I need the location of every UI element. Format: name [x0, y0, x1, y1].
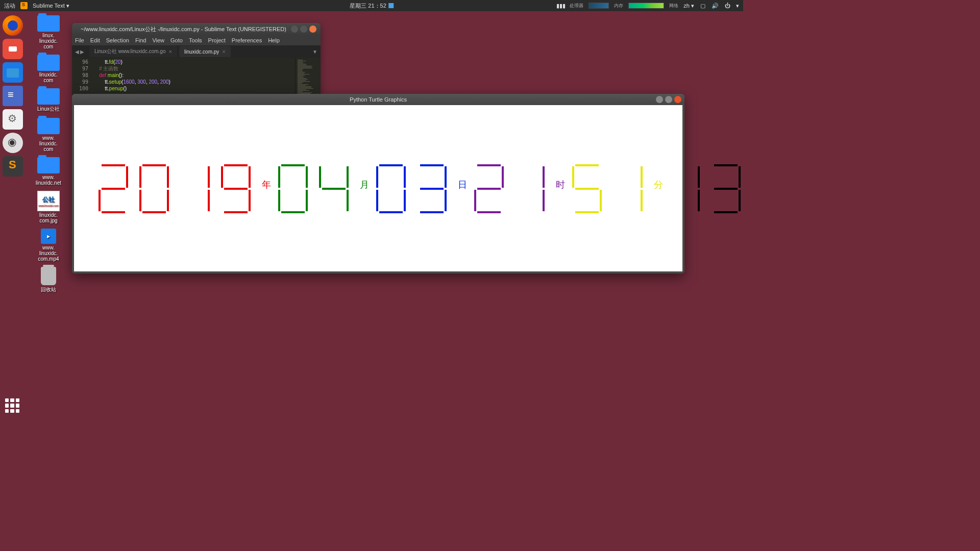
segment: [698, 190, 700, 211]
segment: [474, 190, 476, 211]
segment: [347, 166, 349, 188]
menu-view[interactable]: View: [152, 37, 164, 43]
minimize-icon[interactable]: [656, 96, 663, 103]
segment: [322, 188, 346, 190]
menu-selection[interactable]: Selection: [106, 37, 129, 43]
digit-0: [376, 164, 406, 213]
segment: [278, 166, 280, 188]
close-icon[interactable]: [309, 26, 316, 33]
maximize-icon[interactable]: [300, 26, 307, 33]
app-menu[interactable]: Sublime Text ▾: [33, 3, 69, 9]
tab-dropdown-icon[interactable]: ▼: [312, 49, 317, 55]
sublime-titlebar[interactable]: ~/www.linuxidc.com/Linux公社 -/linuxidc.co…: [72, 23, 321, 35]
power-icon[interactable]: ⏻: [724, 2, 731, 9]
segment: [575, 211, 599, 213]
dock-camera[interactable]: [3, 133, 23, 153]
segment: [249, 190, 251, 211]
folder-icon: [37, 118, 60, 134]
segment: [445, 166, 447, 188]
cpu-graph[interactable]: [589, 3, 609, 9]
segment: [167, 190, 169, 211]
close-icon[interactable]: [674, 96, 681, 103]
net-label: 网络: [669, 3, 678, 9]
lang-indicator[interactable]: zh ▾: [683, 3, 694, 9]
desktop-icon[interactable]: ▶www. linuxidc. com.mp4: [31, 229, 66, 262]
nav-back-icon[interactable]: ◀: [75, 49, 79, 55]
segment: [739, 166, 741, 188]
editor[interactable]: 96 97 98 99 100 tt.fd(20) # 主函数 def main…: [72, 58, 321, 97]
activities-button[interactable]: 活动: [4, 2, 15, 10]
segment: [167, 166, 169, 188]
clock[interactable]: 星期三 21：52: [350, 2, 386, 10]
segment: [278, 190, 280, 211]
segment: [420, 164, 444, 166]
dock-document[interactable]: [3, 86, 23, 106]
icon-label: linuxidc. com: [39, 72, 58, 83]
menu-tools[interactable]: Tools: [189, 37, 202, 43]
icon-label: linuxidc. com.jpg: [39, 212, 58, 223]
digit-4: [319, 164, 349, 213]
segment: [641, 190, 643, 211]
notification-icon[interactable]: [388, 3, 394, 8]
tab-close-icon[interactable]: ×: [169, 48, 172, 55]
mem-graph[interactable]: [628, 3, 664, 9]
tab-close-icon[interactable]: ×: [222, 48, 225, 55]
menu-project[interactable]: Project: [208, 37, 226, 43]
tab[interactable]: Linux公社 www.linuxidc.com.go×: [89, 46, 177, 57]
window-icon[interactable]: ▢: [699, 2, 706, 9]
segment: [575, 188, 599, 190]
segment: [477, 164, 501, 166]
dock-software[interactable]: [3, 109, 23, 130]
menu-goto[interactable]: Goto: [170, 37, 183, 43]
dock-sublime[interactable]: [3, 156, 23, 177]
nav-fwd-icon[interactable]: ▶: [80, 49, 84, 55]
turtle-window: Python Turtle Graphics 年月日时分秒: [72, 94, 684, 273]
minimize-icon[interactable]: [291, 26, 298, 33]
desktop-icon[interactable]: www. linuxidc. com: [31, 118, 66, 152]
digit-0: [139, 164, 169, 213]
turtle-titlebar[interactable]: Python Turtle Graphics: [72, 94, 684, 105]
desktop-icon[interactable]: linux. linuxidc. com: [31, 15, 66, 49]
menu-edit[interactable]: Edit: [90, 37, 100, 43]
menu-file[interactable]: File: [75, 37, 84, 43]
segment: [281, 211, 305, 213]
digit-0: [278, 164, 308, 213]
turtle-title: Python Turtle Graphics: [350, 96, 407, 103]
icon-label: 回收站: [41, 286, 56, 293]
segment: [102, 164, 125, 166]
system-menu-caret[interactable]: ▾: [736, 3, 739, 9]
icon-label: Linux公社: [37, 106, 60, 113]
dock-firefox[interactable]: [3, 15, 23, 36]
menu-find[interactable]: Find: [135, 37, 146, 43]
menu-help[interactable]: Help: [268, 37, 280, 43]
desktop-icon[interactable]: Linux公社: [31, 88, 66, 113]
volume-icon[interactable]: 🔊: [712, 2, 719, 9]
desktop-icon[interactable]: 公社www.linuxidc.comlinuxidc. com.jpg: [31, 191, 66, 223]
show-apps-button[interactable]: [5, 398, 19, 413]
folder-icon: [37, 55, 60, 71]
segment: [208, 190, 210, 211]
cpu-label: 处理器: [570, 3, 583, 9]
desktop-icon[interactable]: www. linuxidc.net: [31, 157, 66, 186]
stats-icon[interactable]: ▮▮▮: [557, 2, 565, 9]
menu-preferences[interactable]: Preferences: [232, 37, 262, 43]
icon-label: www. linuxidc. com: [39, 135, 58, 152]
trash-icon: [41, 267, 56, 285]
top-bar: 活动 Sublime Text ▾ 星期三 21：52 ▮▮▮ 处理器 内存 网…: [0, 0, 743, 11]
minimap[interactable]: [295, 58, 321, 97]
desktop-icon[interactable]: linuxidc. com: [31, 55, 66, 83]
digit-5: [572, 164, 602, 213]
dock-files[interactable]: [3, 62, 23, 83]
maximize-icon[interactable]: [665, 96, 672, 103]
segment: [99, 190, 101, 211]
digit-2: [99, 164, 128, 213]
digit-1: [613, 164, 643, 213]
segment: [420, 188, 444, 190]
unit-label: 分: [654, 179, 663, 191]
segment: [142, 164, 166, 166]
dock-screenshot[interactable]: [3, 39, 23, 59]
code-area[interactable]: tt.fd(20) # 主函数 def main(): tt.setup(160…: [91, 58, 295, 97]
tab[interactable]: linuxidc.com.py×: [179, 46, 231, 57]
desktop-icon[interactable]: 回收站: [31, 267, 66, 293]
segment: [379, 164, 403, 166]
